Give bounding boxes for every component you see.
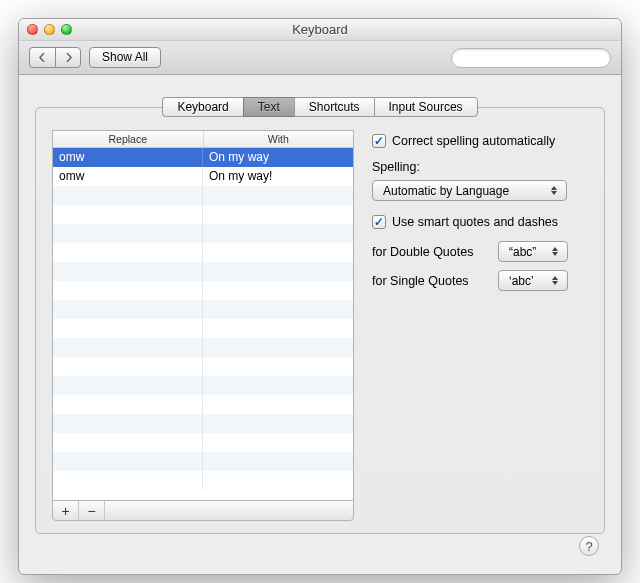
table-row[interactable] xyxy=(53,262,353,281)
smart-quotes-label: Use smart quotes and dashes xyxy=(392,215,558,229)
replacements-table[interactable]: Replace With omwOn my wayomwOn my way! xyxy=(52,130,354,500)
minimize-icon[interactable] xyxy=(44,24,55,35)
back-button[interactable] xyxy=(29,47,55,68)
checkbox-icon xyxy=(372,215,386,229)
table-row[interactable] xyxy=(53,281,353,300)
tab-shortcuts[interactable]: Shortcuts xyxy=(294,97,374,117)
search-input[interactable] xyxy=(464,52,602,64)
spelling-label: Spelling: xyxy=(372,160,588,174)
nav-segment xyxy=(29,47,81,68)
tab-bar: Keyboard Text Shortcuts Input Sources xyxy=(35,97,605,117)
window-title: Keyboard xyxy=(292,22,348,37)
close-icon[interactable] xyxy=(27,24,38,35)
tab-keyboard[interactable]: Keyboard xyxy=(162,97,242,117)
search-field[interactable] xyxy=(451,48,611,68)
table-row[interactable] xyxy=(53,357,353,376)
titlebar: Keyboard xyxy=(19,19,621,41)
tab-input-sources[interactable]: Input Sources xyxy=(374,97,478,117)
updown-icon xyxy=(548,247,561,256)
forward-button[interactable] xyxy=(55,47,81,68)
updown-icon xyxy=(547,186,560,195)
table-row[interactable] xyxy=(53,433,353,452)
double-quotes-value: “abc” xyxy=(509,245,536,259)
zoom-icon[interactable] xyxy=(61,24,72,35)
spelling-value: Automatic by Language xyxy=(383,184,509,198)
smart-quotes-checkbox[interactable]: Use smart quotes and dashes xyxy=(372,215,588,229)
single-quotes-select[interactable]: ‘abc’ xyxy=(498,270,568,291)
col-replace[interactable]: Replace xyxy=(53,131,204,147)
remove-button[interactable]: − xyxy=(79,501,105,520)
double-quotes-select[interactable]: “abc” xyxy=(498,241,568,262)
table-row[interactable] xyxy=(53,452,353,471)
col-with[interactable]: With xyxy=(204,131,354,147)
chevron-left-icon xyxy=(39,53,46,62)
toolbar: Show All xyxy=(19,41,621,75)
text-pane: Replace With omwOn my wayomwOn my way! +… xyxy=(35,107,605,534)
updown-icon xyxy=(548,276,561,285)
table-row[interactable] xyxy=(53,319,353,338)
checkbox-icon xyxy=(372,134,386,148)
add-remove-bar: + − xyxy=(52,500,354,521)
table-row[interactable]: omwOn my way! xyxy=(53,167,353,186)
correct-spelling-checkbox[interactable]: Correct spelling automatically xyxy=(372,134,588,148)
chevron-right-icon xyxy=(65,53,72,62)
table-row[interactable] xyxy=(53,338,353,357)
correct-spelling-label: Correct spelling automatically xyxy=(392,134,555,148)
single-quotes-label: for Single Quotes xyxy=(372,274,488,288)
table-row[interactable] xyxy=(53,224,353,243)
table-row[interactable] xyxy=(53,471,353,490)
tab-text[interactable]: Text xyxy=(243,97,294,117)
table-row[interactable] xyxy=(53,395,353,414)
table-row[interactable] xyxy=(53,414,353,433)
table-row[interactable] xyxy=(53,205,353,224)
table-row[interactable] xyxy=(53,300,353,319)
table-row[interactable]: omwOn my way xyxy=(53,148,353,167)
single-quotes-value: ‘abc’ xyxy=(509,274,534,288)
help-button[interactable]: ? xyxy=(579,536,599,556)
table-row[interactable] xyxy=(53,243,353,262)
add-button[interactable]: + xyxy=(53,501,79,520)
table-row[interactable] xyxy=(53,376,353,395)
table-header: Replace With xyxy=(53,131,353,148)
table-row[interactable] xyxy=(53,186,353,205)
spelling-select[interactable]: Automatic by Language xyxy=(372,180,567,201)
double-quotes-label: for Double Quotes xyxy=(372,245,488,259)
window-controls xyxy=(27,24,72,35)
show-all-button[interactable]: Show All xyxy=(89,47,161,68)
preferences-window: Keyboard Show All Keyboard Text Shortcut… xyxy=(18,18,622,575)
